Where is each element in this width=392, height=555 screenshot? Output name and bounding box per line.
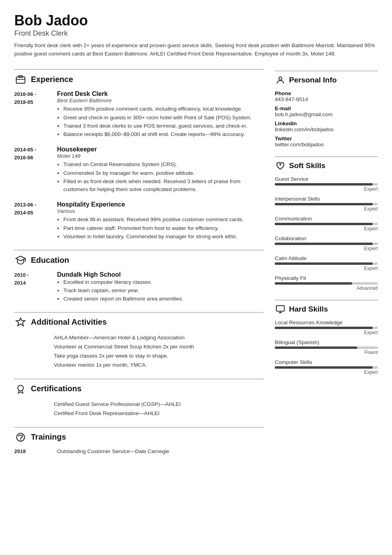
svg-marker-5: [16, 318, 25, 326]
exp1-company: Best Eastern Baltimore: [57, 98, 264, 103]
pi-twitter: Twitter twitter.com/bobjadoo: [275, 136, 378, 147]
cert-list: Certified Guest Service Professional (CG…: [14, 400, 264, 418]
soft-skill-fill-0: [275, 183, 373, 186]
right-column: Personal Info Phone 443-847-6514 E-mail …: [275, 69, 378, 463]
activities-header: Additional Activities: [14, 312, 264, 329]
exp2-bullets: Trained on Central Reservations System (…: [57, 161, 264, 193]
exp3-bullet-3: Volunteer in hotel laundry. Commended by…: [63, 233, 264, 241]
hard-skill-level-1: Fluent: [275, 350, 378, 355]
svg-point-9: [279, 77, 282, 80]
activity-2: Volunteer at Commercial Street Soup Kitc…: [54, 343, 264, 352]
pi-email-value: bob.h.jadoo@gmail.com: [275, 111, 378, 117]
soft-skill-name-1: Interpersonal Skills: [275, 196, 378, 202]
exp1-date-end: 2018-05: [14, 99, 33, 105]
hard-skills-section: Hard Skills Local Resources Knowledge Ex…: [275, 300, 378, 375]
pi-linkedin-label: LinkedIn: [275, 121, 378, 126]
experience-section: Experience 2016-06 - 2018-05 Front Desk …: [14, 69, 264, 241]
hard-skill-1: Bilingual (Spanish) Fluent: [275, 339, 378, 355]
trainings-section: Trainings 2018 Outstanding Customer Serv…: [14, 427, 264, 454]
soft-skill-fill-4: [275, 262, 373, 265]
exp2-company: Motel 148: [57, 153, 264, 159]
candidate-name: Bob Jadoo: [14, 13, 378, 29]
exp3-company: Various: [57, 208, 264, 214]
hard-skill-0: Local Resources Knowledge Expert: [275, 320, 378, 335]
soft-skill-name-4: Calm Attitude: [275, 255, 378, 261]
soft-skill-name-0: Guest Service: [275, 176, 378, 182]
soft-skill-bar-0: [275, 183, 378, 186]
main-content: Experience 2016-06 - 2018-05 Front Desk …: [14, 69, 378, 463]
soft-skill-level-1: Expert: [275, 206, 378, 212]
exp2-bullet-2: Commended 3x by manager for warm, positi…: [63, 169, 264, 177]
soft-skill-level-2: Expert: [275, 226, 378, 232]
exp1-date-start: 2016-06 -: [14, 91, 36, 97]
candidate-title: Front Desk Clerk: [14, 29, 378, 38]
activities-title: Additional Activities: [31, 318, 107, 327]
certifications-header: Certifications: [14, 379, 264, 395]
soft-skills-icon: [275, 160, 286, 171]
exp1-bullet-2: Greet and check-in guests in 300+ room h…: [63, 114, 264, 122]
hard-skill-level-0: Expert: [275, 330, 378, 335]
exp3-date-start: 2013-06 -: [14, 202, 36, 208]
training-entry-1: 2018 Outstanding Customer Service—Dale C…: [14, 448, 264, 454]
training1-desc: Outstanding Customer Service—Dale Carneg…: [57, 448, 169, 454]
exp3-title: Hospitality Experience: [57, 201, 264, 208]
exp2-bullet-3: Filled in as front-desk clerk when neede…: [63, 178, 264, 194]
exp1-bullet-3: Trained 3 front desk clerks to use POS t…: [63, 122, 264, 130]
exp1-bullet-1: Receive 95% positive comment cards, incl…: [63, 105, 264, 113]
svg-rect-0: [16, 77, 25, 83]
hard-skill-name-2: Computer Skills: [275, 359, 378, 365]
soft-skill-name-5: Physically Fit: [275, 275, 378, 281]
trainings-title: Trainings: [31, 433, 66, 442]
activities-list: AHLA Member—American Hotel & Lodging Ass…: [14, 333, 264, 370]
exp-entry-1: 2016-06 - 2018-05 Front Desk Clerk Best …: [14, 90, 264, 139]
experience-header: Experience: [14, 69, 264, 86]
exp1-title: Front Desk Clerk: [57, 90, 264, 98]
activity-4: Volunteer mentor 1x per month, YMCA.: [54, 361, 264, 370]
hard-skill-name-0: Local Resources Knowledge: [275, 320, 378, 325]
hard-skill-bar-0: [275, 327, 378, 329]
soft-skill-level-5: Advanced: [275, 285, 378, 291]
soft-skills-section: Soft Skills Guest Service Expert Interpe…: [275, 156, 378, 291]
trainings-header: Trainings: [14, 427, 264, 444]
experience-title: Experience: [31, 75, 73, 84]
soft-skill-bar-2: [275, 223, 378, 225]
soft-skills-list: Guest Service Expert Interpersonal Skill…: [275, 176, 378, 291]
pi-phone-value: 443-847-6514: [275, 96, 378, 102]
education-title: Education: [31, 256, 69, 265]
activities-section: Additional Activities AHLA Member—Americ…: [14, 312, 264, 370]
pi-email: E-mail bob.h.jadoo@gmail.com: [275, 105, 378, 117]
exp1-bullets: Receive 95% positive comment cards, incl…: [57, 105, 264, 138]
pi-phone: Phone 443-847-6514: [275, 90, 378, 102]
soft-skill-fill-5: [275, 282, 352, 285]
hard-skill-fill-0: [275, 327, 373, 329]
education-header: Education: [14, 250, 264, 266]
personal-info-section: Personal Info Phone 443-847-6514 E-mail …: [275, 71, 378, 147]
soft-skills-title: Soft Skills: [289, 161, 325, 170]
soft-skill-bar-4: [275, 262, 378, 265]
header: Bob Jadoo Front Desk Clerk Friendly fron…: [14, 13, 378, 58]
personal-info-icon: [275, 75, 286, 86]
resume-page: Bob Jadoo Front Desk Clerk Friendly fron…: [0, 0, 392, 476]
left-column: Experience 2016-06 - 2018-05 Front Desk …: [14, 69, 264, 463]
svg-point-6: [18, 385, 23, 391]
soft-skill-fill-2: [275, 223, 373, 225]
pi-email-label: E-mail: [275, 105, 378, 111]
exp1-bullet-4: Balance receipts $6,000–$9,000 at shift …: [63, 130, 264, 138]
soft-skill-fill-3: [275, 243, 373, 245]
hard-skill-name-1: Bilingual (Spanish): [275, 339, 378, 345]
edu1-bullet-3: Created senior report on Baltimore area …: [63, 295, 183, 303]
personal-info-header: Personal Info: [275, 71, 378, 86]
trainings-icon: [14, 431, 27, 444]
hard-skills-list: Local Resources Knowledge Expert Bilingu…: [275, 320, 378, 375]
edu1-date-start: 2010 -: [14, 272, 29, 278]
exp3-bullet-1: Front desk fill-in assistant. Received 9…: [63, 216, 264, 224]
edu1-date-end: 2014: [14, 280, 26, 286]
hard-skill-bar-2: [275, 366, 378, 369]
svg-point-8: [20, 439, 21, 440]
exp-entry-2: 2014-05 - 2016-06 Housekeeper Motel 148 …: [14, 146, 264, 194]
experience-icon: [14, 73, 27, 86]
soft-skill-5: Physically Fit Advanced: [275, 275, 378, 291]
hard-skills-header: Hard Skills: [275, 300, 378, 315]
hard-skill-level-2: Expert: [275, 369, 378, 375]
soft-skill-bar-3: [275, 243, 378, 245]
